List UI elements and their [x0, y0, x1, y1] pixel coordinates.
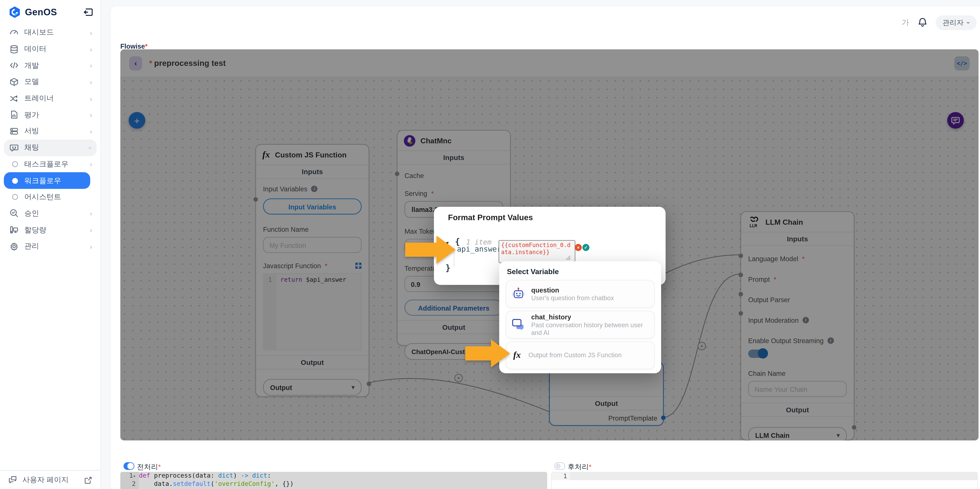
- sidebar-subitem-taskflow[interactable]: 태스크플로우 ›: [4, 156, 97, 172]
- chevron-right-icon: ›: [90, 127, 92, 135]
- radio-bullet-icon: [12, 178, 18, 183]
- variable-name: chat_history: [531, 313, 649, 321]
- chevron-right-icon: ›: [90, 94, 92, 102]
- sidebar-item-quota[interactable]: 할당량 ›: [4, 222, 97, 238]
- profile-menu-button[interactable]: 관리자 ›: [935, 15, 977, 30]
- search-check-icon: [10, 209, 19, 218]
- radio-bullet-icon: [12, 194, 18, 200]
- sidebar-item-dashboard[interactable]: 대시보드 ›: [4, 24, 97, 41]
- sidebar-subitem-label: 태스크플로우: [24, 159, 83, 169]
- sidebar-item-approval[interactable]: 승인 ›: [4, 205, 97, 222]
- postprocess-code-editor[interactable]: 1: [551, 472, 978, 489]
- sidebar-item-label: 모델: [24, 77, 84, 87]
- flow-editor: ‹ *preprocessing test </> fx Custom JS F…: [120, 49, 978, 440]
- sidebar-footer-user-page[interactable]: 사용자 페이지: [0, 470, 100, 489]
- json-value-textarea[interactable]: {{customFunction_0.data.instance}}: [499, 240, 576, 263]
- select-variable-title: Select Variable: [507, 268, 655, 275]
- sidebar-item-chat[interactable]: 채팅 ›: [4, 139, 97, 156]
- chat-bubbles-icon: [8, 476, 17, 484]
- sidebar-item-label: 대시보드: [24, 28, 84, 37]
- font-size-button[interactable]: 가: [902, 17, 909, 28]
- postprocess-label: 후처리*: [568, 462, 592, 472]
- shuffle-icon: [10, 94, 19, 103]
- sidebar-item-trainer[interactable]: 트레이너 ›: [4, 90, 97, 107]
- json-key: api_answer: [457, 244, 501, 253]
- devices-icon: [10, 226, 19, 234]
- sidebar-item-evaluation[interactable]: 평가 ›: [4, 107, 97, 123]
- annotation-arrow-fx-option: [465, 339, 510, 368]
- sidebar-nav: 대시보드 › 데이터 › 개발 › 모델 › 트레이너 ›: [0, 24, 100, 255]
- external-link-icon: [84, 476, 92, 484]
- dashboard-icon: [10, 28, 19, 37]
- variable-option-question[interactable]: question User's question from chatbox: [506, 280, 655, 308]
- sidebar-subitem-assistant[interactable]: 어시스턴트: [4, 189, 97, 205]
- variable-desc: User's question from chatbox: [531, 294, 614, 302]
- database-icon: [10, 45, 19, 54]
- confirm-value-button[interactable]: ✓: [582, 244, 589, 251]
- sidebar: GenOS 대시보드 › 데이터 › 개발 › 모델: [0, 0, 101, 489]
- sidebar-item-data[interactable]: 데이터 ›: [4, 41, 97, 57]
- sidebar-footer-label: 사용자 페이지: [22, 475, 80, 485]
- variable-option-custom-js-output[interactable]: fx Output from Custom JS Function: [506, 341, 655, 370]
- annotation-arrow-api-answer: [405, 236, 456, 264]
- robot-icon: [511, 287, 525, 301]
- sidebar-item-label: 승인: [24, 209, 84, 218]
- variable-desc: Output from Custom JS Function: [528, 352, 622, 359]
- logo: GenOS: [0, 0, 100, 19]
- cancel-value-button[interactable]: ×: [575, 244, 582, 251]
- variable-option-chat-history[interactable]: chat_history Past conversation history b…: [506, 311, 655, 339]
- sidebar-item-label: 트레이너: [24, 94, 84, 103]
- chat-history-icon: [511, 318, 525, 331]
- chevron-down-icon: ›: [87, 147, 95, 149]
- required-mark: *: [145, 42, 148, 50]
- preprocess-code-editor[interactable]: 1▾def preprocess(data: dict) -> dict: 2 …: [120, 472, 547, 489]
- sidebar-item-label: 개발: [24, 61, 84, 70]
- cube-icon: [10, 78, 19, 86]
- sidebar-item-admin[interactable]: 관리 ›: [4, 238, 97, 255]
- fx-icon: fx: [511, 350, 523, 360]
- sidebar-subitem-label: 워크플로우: [24, 176, 86, 185]
- postprocess-toggle[interactable]: [554, 462, 565, 470]
- sidebar-item-serving[interactable]: 서빙 ›: [4, 123, 97, 139]
- bell-icon[interactable]: [918, 17, 927, 27]
- chevron-right-icon: ›: [90, 160, 92, 168]
- modal-title: Format Prompt Values: [448, 213, 533, 222]
- chevron-right-icon: ›: [90, 78, 92, 86]
- main-content-card: 가 관리자 › Flowise* ‹ *preprocessing test <…: [111, 6, 980, 489]
- code-icon: [10, 61, 19, 70]
- sidebar-item-develop[interactable]: 개발 ›: [4, 57, 97, 74]
- chevron-right-icon: ›: [90, 210, 92, 217]
- resize-handle-icon[interactable]: [566, 255, 570, 260]
- chevron-right-icon: ›: [90, 29, 92, 36]
- variable-name: question: [531, 286, 614, 294]
- sidebar-item-label: 관리: [24, 242, 84, 251]
- sidebar-collapse-icon[interactable]: [84, 8, 93, 16]
- gear-icon: [10, 242, 19, 251]
- topbar: 가 관리자 ›: [111, 6, 980, 31]
- logo-text: GenOS: [25, 7, 57, 17]
- chevron-right-icon: ›: [90, 226, 92, 234]
- profile-name: 관리자: [943, 18, 964, 27]
- report-icon: [10, 110, 19, 119]
- variable-desc: Past conversation history between user a…: [531, 321, 649, 336]
- preprocess-label: 전처리*: [137, 462, 161, 472]
- sidebar-item-model[interactable]: 모델 ›: [4, 74, 97, 90]
- preprocess-toggle[interactable]: [124, 462, 134, 470]
- chevron-down-icon: ›: [965, 21, 972, 24]
- sidebar-item-label: 데이터: [24, 44, 84, 54]
- json-close-row: }: [445, 263, 450, 273]
- chevron-right-icon: ›: [90, 111, 92, 119]
- chat-bubble-icon: [10, 143, 19, 152]
- application: GenOS 대시보드 › 데이터 › 개발 › 모델: [0, 0, 980, 489]
- server-icon: [10, 127, 19, 136]
- chevron-right-icon: ›: [90, 62, 92, 69]
- radio-bullet-icon: [12, 161, 18, 167]
- genos-logo-icon: [8, 6, 21, 18]
- sidebar-item-label: 채팅: [24, 143, 84, 153]
- sidebar-subitem-workflow[interactable]: 워크플로우: [4, 172, 91, 189]
- sidebar-item-label: 평가: [24, 110, 84, 119]
- select-variable-menu: Select Variable question User's question…: [499, 261, 661, 373]
- chevron-right-icon: ›: [90, 242, 92, 250]
- sidebar-subitem-label: 어시스턴트: [24, 192, 92, 202]
- sidebar-item-label: 할당량: [24, 225, 84, 235]
